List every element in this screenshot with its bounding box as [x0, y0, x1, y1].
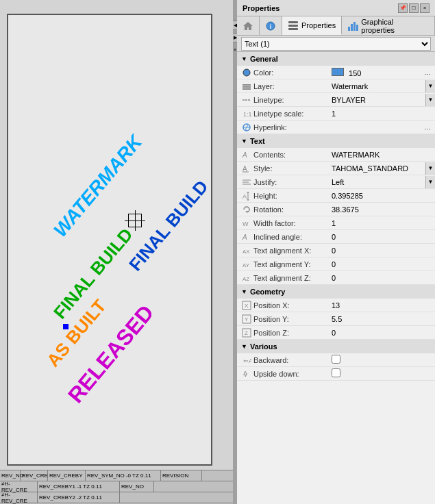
- prop-color: Color: 150 …: [237, 66, 435, 79]
- prop-justify: Justify: Left ▼: [237, 175, 435, 189]
- svg-rect-10: [243, 84, 251, 86]
- svg-rect-4: [288, 28, 298, 30]
- section-geometry-arrow: ▼: [241, 288, 247, 295]
- align-y-label: Text alignment Y:: [253, 260, 329, 268]
- svg-text:∨: ∨: [243, 371, 248, 378]
- svg-rect-7: [353, 22, 356, 31]
- backward-icon: ⇐A: [240, 353, 253, 367]
- tab-info[interactable]: i: [260, 16, 282, 35]
- svg-text:A: A: [243, 193, 247, 200]
- tab-bar: i Properties Graphical properties: [237, 16, 435, 36]
- upside-down-value[interactable]: [329, 368, 435, 379]
- align-x-label: Text alignment X:: [253, 247, 329, 255]
- height-value[interactable]: 0.395285: [329, 192, 435, 200]
- prop-pos-z: Z Position Z: 0: [237, 326, 435, 340]
- width-factor-value[interactable]: 1: [329, 219, 435, 227]
- svg-rect-12: [243, 88, 251, 90]
- svg-text:A: A: [242, 234, 247, 241]
- revision-cell: REVISION: [161, 470, 202, 481]
- backward-checkbox[interactable]: [332, 355, 340, 364]
- justify-value[interactable]: Left: [329, 178, 425, 186]
- pin-button[interactable]: 📌: [398, 3, 408, 13]
- section-various-header[interactable]: ▼ Various: [237, 340, 435, 353]
- pos-y-value[interactable]: 5.5: [329, 315, 435, 323]
- rev-sym-cell: REV_SYM_NO -0 TZ 0.11: [86, 470, 161, 481]
- svg-text:W: W: [243, 220, 249, 227]
- pos-x-label: Position X:: [253, 301, 329, 310]
- svg-text:X: X: [245, 303, 249, 309]
- style-value[interactable]: TAHOMA_STANDARD: [329, 164, 425, 173]
- tab-properties-label: Properties: [301, 21, 336, 29]
- height-icon: A: [240, 189, 253, 203]
- tab-home[interactable]: [237, 16, 260, 35]
- section-geometry-header[interactable]: ▼ Geometry: [237, 285, 435, 299]
- section-general-header[interactable]: ▼ General: [237, 52, 435, 66]
- linetype-scale-value[interactable]: 1: [329, 110, 435, 118]
- align-y-value[interactable]: 0: [329, 260, 435, 268]
- close-button[interactable]: ×: [420, 3, 430, 13]
- posz-icon: Z: [240, 326, 253, 340]
- contents-label: Contents:: [253, 151, 329, 159]
- prop-layer: Layer: Watermark ▼: [237, 79, 435, 93]
- align-z-value[interactable]: 0: [329, 274, 435, 282]
- svg-rect-8: [356, 25, 358, 31]
- svg-text:1:1: 1:1: [243, 111, 251, 118]
- contents-value[interactable]: WATERMARK: [329, 151, 435, 159]
- layer-dropdown-btn[interactable]: ▼: [425, 80, 435, 92]
- aligny-icon: AY: [240, 257, 253, 271]
- section-text-arrow: ▼: [241, 138, 247, 144]
- upsidedown-icon: V∨: [240, 367, 253, 381]
- float-button[interactable]: □: [409, 3, 419, 13]
- svg-text:A: A: [243, 165, 247, 173]
- svg-text:A: A: [242, 151, 247, 159]
- prop-pos-x: X Position X: 13: [237, 299, 435, 312]
- linetype-dropdown-btn[interactable]: ▼: [425, 94, 435, 106]
- backward-label: Backward:: [253, 356, 329, 364]
- rev-cre-cell: REV_CRE: [21, 470, 48, 481]
- linetype-label: Linetype:: [253, 96, 329, 104]
- drawing-area[interactable]: WATERMARK FINAL BUILD FINAL BUILD AS BUI…: [0, 0, 233, 504]
- object-dropdown-row: Text (1): [237, 36, 435, 52]
- panel-title: Properties: [243, 4, 279, 12]
- height-label: Height:: [253, 192, 329, 200]
- rev-creby-cell: REV_CREBY: [48, 470, 86, 481]
- color-swatch: [332, 68, 344, 76]
- width-factor-label: Width factor:: [253, 219, 329, 227]
- crosshair: [125, 210, 145, 231]
- inclined-label: Inclined angle:: [253, 233, 329, 241]
- status-bar: REV_NO REV_CRE REV_CREBY REV_SYM_NO -0 T…: [0, 470, 233, 504]
- section-general-title: General: [250, 55, 278, 63]
- upside-down-checkbox[interactable]: [332, 368, 340, 377]
- align-x-value[interactable]: 0: [329, 247, 435, 255]
- tab-properties[interactable]: Properties: [282, 16, 342, 35]
- rev-no2-cell: REV_NO: [120, 481, 154, 492]
- layer-value[interactable]: Watermark: [329, 82, 425, 90]
- prop-backward: ⇐A Backward:: [237, 353, 435, 367]
- section-geometry-title: Geometry: [250, 288, 285, 296]
- svg-rect-2: [288, 21, 298, 23]
- pos-x-value[interactable]: 13: [329, 301, 435, 310]
- rotation-icon: [240, 203, 253, 216]
- color-more-btn[interactable]: …: [421, 66, 434, 79]
- svg-rect-11: [243, 86, 251, 88]
- divider-close-btn[interactable]: ×: [234, 47, 237, 53]
- color-value[interactable]: 150: [329, 68, 421, 77]
- layer-label: Layer:: [253, 82, 329, 90]
- inclined-value[interactable]: 0: [329, 233, 435, 241]
- crosshair-box: [128, 214, 142, 227]
- linetype-value[interactable]: BYLAYER: [329, 96, 425, 104]
- rotation-value[interactable]: 38.3675: [329, 205, 435, 214]
- hyperlink-more-btn[interactable]: …: [421, 121, 434, 134]
- object-selector[interactable]: Text (1): [241, 37, 431, 51]
- pos-z-label: Position Z:: [253, 329, 329, 337]
- prop-inclined: A Inclined angle: 0: [237, 230, 435, 244]
- tab-graphical[interactable]: Graphical properties: [342, 16, 435, 35]
- alignz-icon: AZ: [240, 271, 253, 285]
- justify-dropdown-btn[interactable]: ▼: [425, 176, 435, 188]
- backward-value[interactable]: [329, 355, 435, 365]
- section-text-header[interactable]: ▼ Text: [237, 134, 435, 148]
- color-label: Color:: [253, 68, 329, 77]
- prop-align-x: AX Text alignment X: 0: [237, 244, 435, 257]
- pos-z-value[interactable]: 0: [329, 329, 435, 337]
- style-dropdown-btn[interactable]: ▼: [425, 162, 435, 175]
